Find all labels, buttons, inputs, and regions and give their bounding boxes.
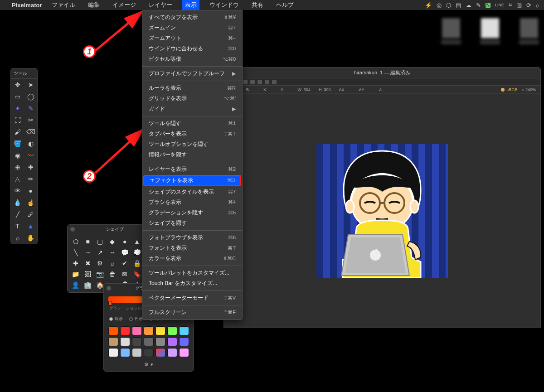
shape-line-icon[interactable]: ╲ <box>70 248 81 257</box>
warp-icon[interactable]: 〰 <box>24 150 37 161</box>
info-colorspace[interactable]: sRGB <box>501 87 517 92</box>
arrow-tool-icon[interactable]: ➤ <box>24 79 37 91</box>
align3-icon[interactable] <box>250 80 255 84</box>
menu-item[interactable]: フォントを表示⌘T <box>142 243 242 253</box>
gradient-swatch[interactable] <box>120 348 130 357</box>
redeye-icon[interactable]: 👁 <box>11 185 24 197</box>
spotlight-icon[interactable]: ⌕ <box>536 2 539 9</box>
shape-speech-icon[interactable]: 💬 <box>120 248 130 257</box>
shape-tool-icon[interactable]: ▲ <box>24 220 37 232</box>
menu-item[interactable]: タブバーを表示⇧⌘T <box>142 129 242 139</box>
gradient-swatch[interactable] <box>108 337 118 346</box>
shape-image-icon[interactable]: 🖼 <box>83 270 93 279</box>
menu-item[interactable]: シェイプのスタイルを表示⌘7 <box>142 187 242 197</box>
menu-item[interactable]: エフェクトを表示⌘3 <box>143 175 241 186</box>
gradient-swatch[interactable] <box>108 326 118 335</box>
hash-icon[interactable]: ⌗ <box>509 1 512 9</box>
menu-item[interactable]: ツールパレットをカスタマイズ... <box>142 268 242 278</box>
wand-icon[interactable]: ✦ <box>11 102 24 114</box>
shape-trash-icon[interactable]: 🗑 <box>107 270 117 279</box>
shape-rounded-icon[interactable]: ▢ <box>95 237 105 246</box>
desktop-file-1[interactable] <box>441 18 461 50</box>
menu-item[interactable]: カラーを表示⇧⌘C <box>142 253 242 264</box>
gradient-swatch[interactable] <box>155 337 165 346</box>
heal-icon[interactable]: ✚ <box>24 161 37 173</box>
app-name[interactable]: Pixelmator <box>12 2 42 9</box>
line-icon[interactable]: LINE <box>495 3 504 7</box>
close-gradient-icon[interactable] <box>107 286 111 290</box>
notion-icon[interactable]: N <box>486 3 491 8</box>
shape-diamond-icon[interactable]: ◆ <box>107 237 117 246</box>
grad-opt-linear[interactable]: 線形 <box>109 316 123 322</box>
crop-icon[interactable]: ⛶ <box>11 114 24 126</box>
menu-item[interactable]: ベクターメーターモード⇧⌘V <box>142 293 242 303</box>
pencil-icon[interactable]: ✏ <box>24 173 37 185</box>
align4-icon[interactable] <box>257 80 262 84</box>
shape-circle-icon[interactable]: ● <box>120 237 130 246</box>
menu-item[interactable]: グラデーションを隠す⌘5 <box>142 208 242 218</box>
menu-item[interactable]: プロファイルでソフトプルーフ▶ <box>142 68 242 79</box>
gradient-swatch[interactable] <box>120 337 130 346</box>
shape-pentagon-icon[interactable]: ⬠ <box>70 237 81 246</box>
gradient-swatch[interactable] <box>120 326 130 335</box>
evernote-icon[interactable]: ✎ <box>476 2 481 9</box>
lasso-icon[interactable]: ◯ <box>24 91 37 102</box>
shape-gear-icon[interactable]: ⚙ <box>95 259 105 268</box>
clone-icon[interactable]: ⊕ <box>11 161 24 173</box>
menu-layer[interactable]: レイヤー <box>146 0 175 10</box>
shape-check-icon[interactable]: ✔ <box>120 259 130 268</box>
shape-building-icon[interactable]: 🏢 <box>83 281 93 290</box>
canvas[interactable] <box>224 94 540 328</box>
shape-lock-icon[interactable]: 🔒 <box>132 259 142 268</box>
shape-person-icon[interactable]: 👤 <box>70 281 81 290</box>
info-zoom[interactable]: ⌕ 240% <box>522 87 536 92</box>
sponge-icon[interactable]: ◉ <box>11 150 24 161</box>
menu-item[interactable]: フォトブラウザを表示⌘6 <box>142 232 242 243</box>
gradient-swatch[interactable] <box>144 348 154 357</box>
blur-icon[interactable]: 💧 <box>11 197 24 208</box>
cc-icon[interactable]: ◎ <box>437 2 442 9</box>
align5-icon[interactable] <box>265 80 269 84</box>
files-icon[interactable]: ▤ <box>456 2 461 9</box>
gradient-swatch[interactable] <box>179 326 189 335</box>
slice-icon[interactable]: ✂ <box>24 114 37 126</box>
desktop-file-2[interactable] <box>480 18 500 50</box>
menu-item[interactable]: フルスクリーン⌃⌘F <box>142 307 242 318</box>
menu-item[interactable]: レイヤーを表示⌘2 <box>142 164 242 174</box>
gradient-swatch[interactable] <box>167 326 177 335</box>
menu-item[interactable]: ツールを隠す⌘1 <box>142 118 242 129</box>
shape-x-icon[interactable]: ✖ <box>83 259 93 268</box>
brush2-icon[interactable]: 🖊 <box>24 208 37 220</box>
smudge-icon[interactable]: ☝ <box>24 197 37 208</box>
brush-icon[interactable]: 🖌 <box>11 126 24 138</box>
menu-share[interactable]: 共有 <box>249 0 266 10</box>
cloud-icon[interactable]: ☁ <box>466 2 471 9</box>
menu-item[interactable]: グリッドを表示⌥⌘' <box>142 93 242 104</box>
sharpen-icon[interactable]: △ <box>11 173 24 185</box>
menu-item[interactable]: ルーラを表示⌘R <box>142 83 242 93</box>
menu-help[interactable]: ヘルプ <box>273 0 296 10</box>
menu-item[interactable]: すべてのタブを表示⇧⌘¥ <box>142 12 242 23</box>
gradient-swatch[interactable] <box>132 348 142 357</box>
menu-item[interactable]: シェイプを隠す <box>142 218 242 228</box>
shape-camera-icon[interactable]: 📷 <box>95 270 105 279</box>
align2-icon[interactable] <box>243 80 248 84</box>
menu-edit[interactable]: 編集 <box>85 0 102 10</box>
shape-arrow2-icon[interactable]: ↗ <box>95 248 105 257</box>
gradient-gear-icon[interactable]: ⚙ ▾ <box>104 359 194 368</box>
eyedrop-dark-icon[interactable]: ● <box>24 185 37 197</box>
gradient-swatch[interactable] <box>155 326 165 335</box>
gradient-swatch[interactable] <box>132 326 142 335</box>
gradient-tool-icon[interactable]: ◐ <box>24 138 37 150</box>
menu-file[interactable]: ファイル <box>49 0 78 10</box>
menu-item[interactable]: ウインドウに合わせる⌘0 <box>142 44 242 54</box>
line-icon[interactable]: ╱ <box>11 208 24 220</box>
desktop-file-3[interactable] <box>519 18 539 50</box>
gradient-swatch[interactable] <box>108 348 118 357</box>
shape-bookmark-icon[interactable]: 🔖 <box>132 270 142 279</box>
menu-item[interactable]: 情報バーを隠す <box>142 150 242 160</box>
eraser-icon[interactable]: ⌫ <box>24 126 37 138</box>
menu-image[interactable]: イメージ <box>110 0 139 10</box>
gradient-swatch[interactable] <box>179 337 189 346</box>
shape-thought-icon[interactable]: 💭 <box>132 248 142 257</box>
